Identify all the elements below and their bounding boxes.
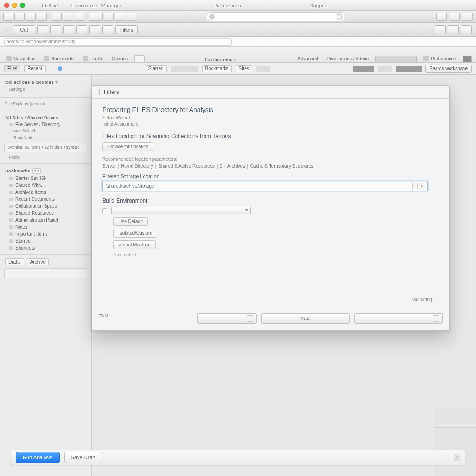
run-analysis-button[interactable]: Run Analysis [16,452,60,463]
seg-copy[interactable] [37,25,48,34]
filter-sites[interactable]: Sites [236,65,252,72]
sidebar-sub-explorer[interactable]: File Explorer (general) [0,100,91,107]
sidebar-item[interactable]: Collaboration Space [0,203,91,210]
dot-icon [9,218,13,222]
sidebar-item[interactable]: Administration Panel [0,217,91,224]
share-button[interactable] [436,13,447,21]
filter-starred[interactable]: Starred [145,65,167,72]
menu-support[interactable]: Support [310,3,328,8]
filter-field-c[interactable] [378,66,392,72]
ribbon-permissions[interactable]: Permissions / Admin [324,55,370,62]
back-button[interactable] [3,13,13,21]
seg-sort[interactable] [435,25,446,34]
env-option-vm[interactable]: Virtual Machine [113,240,156,249]
crumb[interactable]: Archives [227,164,245,169]
filter-bookmarks[interactable]: Bookmarks [202,65,232,72]
view-columns-button[interactable] [74,13,84,21]
sidebar-item[interactable]: Archived Items [0,189,91,196]
forward-button[interactable] [14,13,25,21]
ribbon-options[interactable]: Options [110,55,130,62]
filter-recent[interactable]: Recent [24,65,46,72]
sidebar-public[interactable]: Public [0,154,91,160]
seg-delete[interactable] [89,25,100,34]
background-card [434,407,476,423]
ribbon-profile[interactable]: Profile [81,55,105,62]
ribbon-bookmarks[interactable]: Bookmarks [42,55,76,62]
seg-redo[interactable] [76,25,87,34]
filter-field-a[interactable] [171,66,198,72]
home-button[interactable] [37,13,47,21]
seg-cut[interactable]: Cut [13,25,35,34]
seg-rename[interactable] [102,25,113,34]
resize-grip-icon[interactable] [454,454,460,461]
crumb[interactable]: Home Directory [121,164,153,169]
storage-location-input[interactable]: /shared/archive/storage ‹ 8 [102,181,428,191]
avatar-button[interactable] [89,13,103,21]
menu-button[interactable] [115,13,125,21]
sidebar-item[interactable]: Important Items [0,231,91,238]
ribbon-prefs[interactable]: Preferences [422,55,458,62]
help-link[interactable]: Help [99,312,108,317]
sidebar-item[interactable]: Starter Set 36k [0,175,91,182]
crumb[interactable]: Server [102,164,116,169]
breadcrumb-field[interactable]: home/collections/environment.cfg [4,38,232,46]
ribbon-bookmarks-label: Bookmarks [51,56,74,61]
sidebar-tag-archive[interactable]: Archive [27,258,49,265]
section-location-heading: Files Location for Scanning Collections … [102,133,439,139]
sidebar-item[interactable]: Shortcuts [0,245,91,251]
seg-paste[interactable] [50,25,61,34]
env-option-isolated[interactable]: Isolated/Custom [113,229,157,238]
refresh-icon[interactable] [337,14,342,20]
dialog-heading: Preparing FILES Directory for Analysis [102,106,439,113]
ribbon-prefs-label: Preferences [431,56,456,61]
seg-info[interactable] [461,25,472,34]
minimize-icon[interactable] [12,3,17,8]
ribbon-nav[interactable]: Navigation [4,55,37,62]
filter-field-d[interactable] [396,66,422,72]
ribbon-toggle[interactable] [463,56,472,62]
sidebar-item-fileserver[interactable]: File Server / Directory [0,121,91,128]
zoom-icon[interactable] [20,3,25,8]
dot-icon [9,212,13,215]
footer-box-c[interactable] [354,313,443,324]
sidebar-item[interactable]: Starred [0,238,91,245]
save-draft-button[interactable]: Save Draft [64,452,102,463]
crumb[interactable]: 0 [219,164,222,169]
sidebar-item[interactable]: Shared Resources [0,210,91,217]
view-list-button[interactable] [52,13,62,21]
prev-page-button[interactable]: ‹ [412,183,418,189]
sidebar-item[interactable]: Notes [0,224,91,231]
crumb[interactable]: Cache & Temporary Structures [250,164,314,169]
ribbon-badge-left[interactable]: ··· [134,55,145,62]
view-grid-button[interactable] [63,13,73,21]
sidebar-item[interactable]: Recent Documents [0,196,91,203]
download-button[interactable] [450,13,460,21]
environment-heading: Build Environment [102,198,439,204]
gear-icon[interactable] [463,13,473,21]
sidebar-tag-drafts[interactable]: Drafts [5,258,24,265]
sidebar-sub-settings[interactable]: Settings [0,86,91,94]
env-checkbox-default[interactable] [102,208,107,213]
ribbon-advanced[interactable]: Advanced [296,55,320,62]
footer-box-a[interactable] [197,313,257,324]
filter-files[interactable]: Files [4,65,20,72]
menu-preferences[interactable]: Preferences [213,3,241,8]
ribbon-field[interactable] [375,56,417,62]
notifications-button[interactable] [104,13,114,21]
install-button[interactable]: Install [261,313,350,324]
browse-button[interactable]: Browse for Location [102,142,153,151]
more-button[interactable] [126,13,136,21]
filter-field-b[interactable] [353,66,374,72]
seg-filters[interactable]: Filters [115,25,138,34]
seg-undo[interactable] [63,25,74,34]
address-field[interactable] [206,12,345,21]
env-option-default[interactable]: Use Default [113,217,148,226]
reload-button[interactable] [26,13,36,21]
seg-group[interactable] [448,25,459,34]
path-crumbs: Server| Home Directory| Shared & Active … [102,164,439,169]
env-select[interactable] [111,207,251,214]
sidebar-item[interactable]: Shared With... [0,182,91,189]
crumb[interactable]: Shared & Active Resources [158,164,215,169]
search-button[interactable]: Search workspace [425,65,472,73]
close-icon[interactable] [4,3,9,8]
